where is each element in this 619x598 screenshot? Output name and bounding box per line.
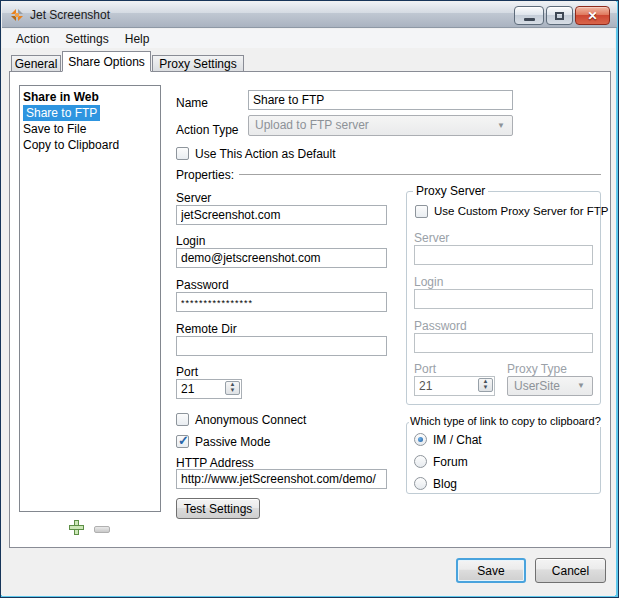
radio-im-chat[interactable] [414,433,427,446]
proxy-login-label: Login [414,275,443,289]
properties-label: Properties: [176,168,234,182]
port-spinner[interactable]: ▲▼ [225,381,240,395]
name-input[interactable] [248,90,513,110]
menu-help[interactable]: Help [117,30,158,48]
action-type-value: Upload to FTP server [255,118,369,132]
properties-divider [239,174,601,175]
server-input[interactable] [176,205,387,225]
maximize-icon [555,12,564,20]
remote-dir-input[interactable] [176,336,387,356]
proxy-login-input[interactable] [414,289,593,309]
chevron-down-icon: ▼ [497,116,505,135]
anonymous-connect-checkbox[interactable] [176,413,189,426]
proxy-password-input[interactable] [414,333,593,353]
proxy-type-value: UserSite [514,379,560,393]
proxy-type-label: Proxy Type [507,362,567,376]
minimize-button[interactable] [514,6,544,25]
tab-proxy-settings[interactable]: Proxy Settings [152,55,244,71]
proxy-server-group-title: Proxy Server [413,184,488,198]
test-settings-button[interactable]: Test Settings [176,498,260,519]
use-default-label: Use This Action as Default [195,147,336,161]
passive-mode-checkbox[interactable]: ✓ [176,435,189,448]
proxy-password-label: Password [414,319,467,333]
list-item-save-to-file[interactable]: Save to File [20,121,160,137]
radio-blog-label: Blog [433,477,457,491]
spinner-down-icon: ▼ [230,388,236,394]
use-custom-proxy-label: Use Custom Proxy Server for FTP [434,205,608,217]
link-type-group-title: Which type of link to copy to clipboard? [409,415,602,427]
window-titlebar[interactable]: Jet Screenshot ✕ [2,2,617,28]
http-address-label: HTTP Address [176,456,254,470]
plus-icon-core [70,526,83,529]
action-listbox[interactable]: Share in Web Share to FTP Save to File C… [19,85,161,512]
spinner-down-icon: ▼ [483,385,489,391]
radio-im-chat-label: IM / Chat [433,433,482,447]
add-action-button[interactable] [69,520,84,535]
proxy-port-label: Port [414,362,436,376]
use-default-checkbox[interactable] [176,147,189,160]
port-label: Port [176,365,198,379]
close-icon: ✕ [587,10,597,22]
radio-forum[interactable] [414,455,427,468]
list-item-share-to-ftp[interactable]: Share to FTP [20,105,160,121]
http-address-input[interactable] [176,469,387,489]
password-input[interactable] [176,292,387,312]
name-label: Name [176,96,208,110]
tab-general[interactable]: General [11,55,61,71]
checkmark-icon: ✓ [178,433,189,448]
menu-action[interactable]: Action [8,30,57,48]
cancel-button[interactable]: Cancel [535,558,606,583]
radio-forum-label: Forum [433,455,468,469]
radio-blog[interactable] [414,477,427,490]
password-label: Password [176,278,229,292]
remove-action-button[interactable] [94,526,110,533]
menu-settings[interactable]: Settings [57,30,116,48]
chevron-down-icon: ▼ [577,377,585,395]
close-button[interactable]: ✕ [575,6,610,25]
proxy-server-input[interactable] [414,245,593,265]
list-group-header: Share in Web [20,89,160,105]
minimize-icon [524,18,535,21]
anonymous-connect-label: Anonymous Connect [195,413,306,427]
window-title: Jet Screenshot [30,8,110,22]
remote-dir-label: Remote Dir [176,322,237,336]
radio-dot-icon [418,437,423,442]
maximize-button[interactable] [546,6,573,25]
tab-share-options[interactable]: Share Options [62,51,151,72]
server-label: Server [176,191,211,205]
menu-bar: Action Settings Help [2,29,615,48]
use-custom-proxy-checkbox[interactable] [415,205,428,218]
proxy-server-label: Server [414,231,449,245]
selected-list-item-label: Share to FTP [23,105,100,121]
action-type-select[interactable]: Upload to FTP server ▼ [248,115,513,136]
app-window: Jet Screenshot ✕ Action Settings Help Ge… [0,0,619,598]
app-logo-icon [9,7,25,23]
proxy-type-select[interactable]: UserSite ▼ [507,376,593,396]
action-type-label: Action Type [176,123,238,137]
login-label: Login [176,234,205,248]
login-input[interactable] [176,248,387,268]
save-button[interactable]: Save [456,558,526,583]
passive-mode-label: Passive Mode [195,435,270,449]
list-item-copy-to-clipboard[interactable]: Copy to Clipboard [20,137,160,153]
proxy-port-spinner[interactable]: ▲▼ [478,378,493,392]
